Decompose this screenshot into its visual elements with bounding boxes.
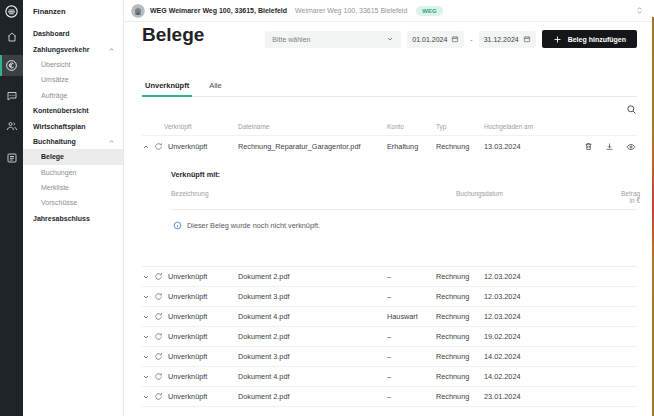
row-filename[interactable]: Dokument 3.pdf [238, 292, 387, 301]
chevron-down-icon[interactable] [142, 273, 154, 281]
sidebar-item-belege[interactable]: Belege [23, 149, 123, 164]
search-row [142, 104, 637, 115]
unlinked-refresh-icon [154, 372, 168, 381]
date-to-input[interactable]: 31.12.2024 [479, 31, 536, 48]
property-address: Weimarer Weg 100, 33615 Bielefeld [295, 7, 407, 14]
sidebar: Finanzen Dashboard Zahlungsverkehr Übers… [23, 0, 124, 416]
property-avatar[interactable] [131, 4, 145, 18]
linked-panel: Verknüpft mit: Bezeichnung Buchungsdatum… [171, 170, 637, 230]
chevron-down-icon[interactable] [142, 353, 154, 361]
sidebar-item-buchhaltung[interactable]: Buchhaltung [23, 134, 123, 149]
page-title: Belege [142, 24, 204, 46]
add-receipt-button[interactable]: Beleg hinzufügen [542, 30, 637, 48]
finance-euro-icon[interactable] [0, 55, 23, 76]
unlinked-refresh-icon [154, 272, 168, 281]
row-status: Unverknüpft [168, 142, 238, 151]
unlinked-refresh-icon [154, 142, 168, 151]
property-name[interactable]: WEG Weimarer Weg 100, 33615, Bielefeld [150, 7, 287, 14]
sidebar-item-auftraege[interactable]: Aufträge [23, 88, 123, 103]
table-row[interactable]: Unverknüpft Dokument 3.pdf – Rechnung 12… [142, 287, 637, 307]
chevron-down-icon [386, 35, 394, 43]
date-from-input[interactable]: 01.01.2024 [407, 31, 464, 48]
app-logo-icon[interactable] [4, 4, 19, 19]
sidebar-item-vorschuesse[interactable]: Vorschüsse [23, 195, 123, 210]
sidebar-item-buchungen[interactable]: Buchungen [23, 165, 123, 180]
chat-icon[interactable] [0, 85, 23, 106]
table-body: Unverknüpft Dokument 2.pdf – Rechnung 12… [142, 266, 637, 407]
chevron-down-icon[interactable] [142, 333, 154, 341]
table-row-expanded[interactable]: Unverknüpft Rechnung_Reparatur_Garagento… [142, 136, 637, 157]
property-type-badge: WEG [416, 6, 442, 16]
row-filename[interactable]: Dokument 3.pdf [238, 352, 387, 361]
chevron-down-icon[interactable] [142, 293, 154, 301]
row-filename[interactable]: Dokument 4.pdf [238, 372, 387, 381]
documents-icon[interactable] [0, 147, 23, 168]
eye-icon[interactable] [626, 142, 636, 152]
plus-icon [553, 35, 562, 44]
select-placeholder: Bitte wählen [272, 36, 310, 43]
unlinked-refresh-icon [154, 292, 168, 301]
sidebar-item-dashboard[interactable]: Dashboard [23, 26, 123, 41]
chevron-down-icon[interactable] [142, 373, 154, 381]
unlinked-refresh-icon [154, 332, 168, 341]
chevron-down-icon[interactable] [142, 313, 154, 321]
info-icon [173, 221, 182, 230]
toolbar: Bitte wählen 01.01.2024 - 31.12.2024 [265, 30, 637, 48]
property-switcher-icon[interactable] [635, 6, 644, 15]
table-row[interactable]: Unverknüpft Dokument 4.pdf Hauswart Rech… [142, 307, 637, 327]
sidebar-item-kontenuebersicht[interactable]: Kontenübersicht [23, 103, 123, 118]
row-filename[interactable]: Dokument 4.pdf [238, 312, 387, 321]
category-select[interactable]: Bitte wählen [265, 31, 401, 48]
sidebar-item-uebersicht[interactable]: Übersicht [23, 57, 123, 72]
tab-alle[interactable]: Alle [206, 81, 225, 96]
table-row[interactable]: Unverknüpft Dokument 3.pdf – Rechnung 14… [142, 347, 637, 367]
chevron-down-icon[interactable] [142, 393, 154, 401]
row-filename[interactable]: Dokument 2.pdf [238, 332, 387, 341]
row-typ: Rechnung [436, 142, 484, 151]
tab-bar: Unverknüpft Alle [142, 81, 637, 97]
download-icon[interactable] [605, 142, 614, 152]
unlinked-refresh-icon [154, 312, 168, 321]
table-header: Verknüpft Dateiname Konto Typ Hochgelade… [142, 123, 637, 136]
contacts-icon[interactable] [0, 115, 23, 136]
row-actions [554, 142, 637, 152]
sidebar-item-wirtschaftsplan[interactable]: Wirtschaftsplan [23, 118, 123, 133]
home-icon[interactable] [0, 26, 23, 47]
chevron-up-icon [108, 138, 115, 145]
linked-panel-title: Verknüpft mit: [171, 170, 637, 179]
chevron-up-icon[interactable] [142, 143, 154, 151]
not-linked-info-text: Dieser Beleg wurde noch nicht verknüpft. [187, 221, 320, 230]
row-date: 13.03.2024 [484, 142, 554, 151]
content: Belege Bitte wählen 01.01.2024 - 31.12.2… [142, 21, 637, 416]
not-linked-info: Dieser Beleg wurde noch nicht verknüpft. [171, 221, 637, 230]
row-filename[interactable]: Dokument 2.pdf [238, 392, 387, 401]
row-filename[interactable]: Rechnung_Reparatur_Garagentor.pdf [238, 142, 387, 151]
table-row[interactable]: Unverknüpft Dokument 2.pdf – Rechnung 19… [142, 327, 637, 347]
table-row[interactable]: Unverknüpft Dokument 2.pdf – Rechnung 23… [142, 387, 637, 407]
linked-table-header: Bezeichnung Buchungsdatum Betrag in € [171, 190, 637, 210]
property-header: WEG Weimarer Weg 100, 33615, Bielefeld W… [124, 0, 654, 22]
calendar-icon [523, 35, 531, 43]
sidebar-item-merkliste[interactable]: Merkliste [23, 180, 123, 195]
table-row[interactable]: Unverknüpft Dokument 4.pdf – Rechnung 14… [142, 367, 637, 387]
icon-rail [0, 0, 23, 416]
table-row[interactable]: Unverknüpft Dokument 2.pdf – Rechnung 12… [142, 267, 637, 287]
sidebar-item-umsaetze[interactable]: Umsätze [23, 72, 123, 87]
sidebar-item-zahlungsverkehr[interactable]: Zahlungsverkehr [23, 41, 123, 56]
calendar-icon [451, 35, 459, 43]
row-konto: Erhaltung [387, 142, 436, 151]
search-icon[interactable] [626, 104, 637, 115]
unlinked-refresh-icon [154, 392, 168, 401]
main-area: WEG Weimarer Weg 100, 33615, Bielefeld W… [124, 0, 654, 416]
delete-icon[interactable] [584, 142, 593, 152]
sidebar-title: Finanzen [23, 0, 123, 26]
chevron-up-icon [108, 46, 115, 53]
row-filename[interactable]: Dokument 2.pdf [238, 272, 387, 281]
tab-unverknuepft[interactable]: Unverknüpft [142, 81, 192, 97]
unlinked-refresh-icon [154, 352, 168, 361]
date-range-separator: - [470, 36, 472, 43]
sidebar-item-jahresabschluss[interactable]: Jahresabschluss [23, 211, 123, 226]
